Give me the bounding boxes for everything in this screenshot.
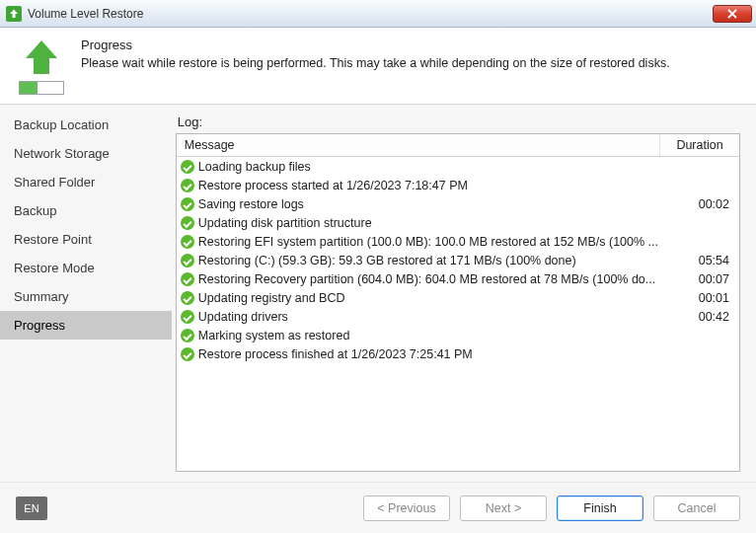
log-row: Saving restore logs00:02	[177, 194, 739, 213]
log-message: Restore process started at 1/26/2023 7:1…	[198, 179, 664, 192]
log-row: Restoring Recovery partition (604.0 MB):…	[177, 269, 739, 288]
log-message: Restoring (C:) (59.3 GB): 59.3 GB restor…	[198, 254, 664, 267]
log-row: Updating registry and BCD00:01	[177, 288, 739, 307]
log-duration: 00:42	[664, 310, 739, 324]
sidebar-item-label: Shared Folder	[14, 175, 95, 190]
log-row: Marking system as restored	[177, 326, 739, 344]
log-duration: 00:07	[664, 272, 739, 286]
sidebar-item-label: Network Storage	[14, 146, 110, 161]
log-message: Updating drivers	[198, 310, 664, 324]
close-button[interactable]	[713, 5, 752, 23]
log-message: Restore process finished at 1/26/2023 7:…	[198, 347, 664, 361]
log-duration: 00:02	[664, 197, 739, 211]
success-check-icon	[181, 197, 194, 211]
sidebar-item[interactable]: Restore Point	[0, 225, 172, 254]
previous-button[interactable]: < Previous	[363, 495, 450, 521]
sidebar-item-label: Backup	[14, 203, 56, 218]
sidebar-item[interactable]: Restore Mode	[0, 254, 172, 282]
wizard-content: Log: Message Duration Loading backup fil…	[172, 105, 756, 482]
log-label: Log:	[178, 114, 740, 129]
success-check-icon	[181, 310, 194, 324]
success-check-icon	[181, 329, 194, 343]
log-table: Message Duration Loading backup filesRes…	[176, 133, 740, 472]
log-message: Restoring EFI system partition (100.0 MB…	[198, 235, 664, 249]
titlebar: Volume Level Restore	[0, 0, 756, 28]
wizard-body: Backup LocationNetwork StorageShared Fol…	[0, 105, 756, 482]
success-check-icon	[181, 291, 194, 305]
wizard-footer: EN < Previous Next > Finish Cancel	[0, 482, 756, 533]
success-check-icon	[181, 272, 194, 286]
restore-up-icon	[6, 6, 22, 22]
log-message: Marking system as restored	[198, 329, 664, 343]
sidebar-item[interactable]: Network Storage	[0, 139, 172, 168]
sidebar-item-label: Progress	[14, 318, 65, 333]
sidebar-item[interactable]: Summary	[0, 282, 172, 311]
close-icon	[727, 9, 737, 19]
progress-mini-bar-icon	[19, 81, 64, 95]
success-check-icon	[181, 254, 194, 267]
window-title: Volume Level Restore	[28, 7, 143, 21]
sidebar-item-label: Restore Mode	[14, 261, 95, 275]
upload-arrow-icon	[19, 38, 64, 77]
success-check-icon	[181, 179, 194, 192]
success-check-icon	[181, 347, 194, 361]
sidebar-item[interactable]: Shared Folder	[0, 168, 172, 196]
log-duration: 00:01	[664, 291, 739, 305]
sidebar-item[interactable]: Backup Location	[0, 111, 172, 139]
next-button[interactable]: Next >	[460, 495, 547, 521]
log-column-duration: Duration	[660, 134, 739, 156]
log-table-header: Message Duration	[177, 134, 739, 157]
log-table-body: Loading backup filesRestore process star…	[177, 157, 739, 471]
success-check-icon	[181, 235, 194, 249]
sidebar-item[interactable]: Backup	[0, 196, 172, 225]
cancel-button[interactable]: Cancel	[653, 495, 740, 521]
wizard-header: Progress Please wait while restore is be…	[0, 28, 756, 105]
log-message: Updating disk partition structure	[198, 216, 664, 230]
header-description: Please wait while restore is being perfo…	[81, 56, 740, 70]
log-message: Loading backup files	[198, 160, 664, 174]
success-check-icon	[181, 216, 194, 230]
header-title: Progress	[81, 38, 740, 52]
sidebar-item-label: Summary	[14, 289, 69, 304]
log-row: Restoring (C:) (59.3 GB): 59.3 GB restor…	[177, 251, 739, 269]
finish-button[interactable]: Finish	[557, 495, 643, 521]
header-icon	[16, 38, 67, 95]
language-button[interactable]: EN	[16, 496, 47, 520]
sidebar-item-label: Backup Location	[14, 117, 109, 132]
log-duration: 05:54	[664, 254, 739, 267]
success-check-icon	[181, 160, 194, 174]
sidebar-item-label: Restore Point	[14, 232, 92, 247]
log-row: Restore process finished at 1/26/2023 7:…	[177, 344, 739, 363]
log-column-message: Message	[177, 134, 660, 156]
log-message: Updating registry and BCD	[198, 291, 664, 305]
wizard-steps-sidebar: Backup LocationNetwork StorageShared Fol…	[0, 105, 172, 482]
log-message: Saving restore logs	[198, 197, 664, 211]
log-message: Restoring Recovery partition (604.0 MB):…	[198, 272, 664, 286]
log-row: Restore process started at 1/26/2023 7:1…	[177, 176, 739, 194]
log-row: Updating drivers00:42	[177, 307, 739, 326]
log-row: Loading backup files	[177, 157, 739, 176]
sidebar-item[interactable]: Progress	[0, 311, 172, 340]
log-row: Updating disk partition structure	[177, 213, 739, 232]
log-row: Restoring EFI system partition (100.0 MB…	[177, 232, 739, 251]
